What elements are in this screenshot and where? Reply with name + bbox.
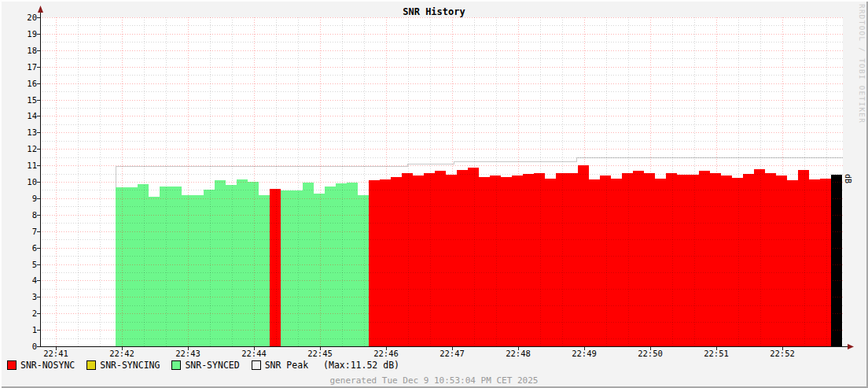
generated-timestamp: generated Tue Dec 9 10:53:04 PM CET 2025: [0, 375, 868, 386]
legend-swatch-syncing: [86, 360, 96, 370]
legend-max-note: (Max:11.52 dB): [323, 360, 399, 371]
y-tick-label: 0: [32, 342, 37, 351]
y-tick-label: 7: [32, 227, 37, 236]
y-tick-label: 4: [32, 275, 37, 285]
legend-item-syncing: SNR-SYNCING: [86, 360, 160, 371]
y-tick-label: 17: [27, 62, 37, 72]
legend-label-snr-peak: SNR Peak: [265, 360, 308, 371]
y-tick-label: 8: [32, 210, 37, 220]
x-tick-label: 22:41: [43, 349, 68, 358]
y-tick-label: 16: [27, 79, 37, 88]
y-tick-label: 18: [27, 46, 37, 55]
y-tick-label: 12: [27, 144, 37, 153]
x-tick-label: 22:49: [572, 349, 597, 358]
x-tick-label: 22:45: [307, 349, 333, 358]
y-tick-label: 20: [27, 13, 37, 22]
rrdtool-snr-graph: SNR History RRDTOOL / TOBI OETIKER dB 01…: [0, 0, 868, 388]
y-tick-label: 6: [32, 243, 37, 253]
legend-label-nosync: SNR-NOSYNC: [20, 360, 75, 371]
x-tick-label: 22:44: [241, 349, 267, 358]
x-tick-label: 22:47: [440, 349, 465, 358]
y-tick-label: 14: [27, 111, 37, 120]
x-tick-label: 22:42: [109, 349, 134, 358]
legend-item-snr-peak: SNR Peak: [252, 360, 308, 371]
y-tick-label: 19: [27, 29, 37, 39]
y-tick-label: 13: [27, 127, 37, 137]
y-tick-label: 3: [32, 292, 37, 301]
y-tick-label: 5: [32, 260, 37, 269]
legend-label-synced: SNR-SYNCED: [185, 360, 239, 371]
x-tick-label: 22:52: [770, 349, 795, 358]
x-axis-arrow: [848, 344, 854, 349]
y-tick-label: 9: [32, 194, 37, 203]
y-tick-label: 10: [27, 177, 37, 187]
y-tick-label: 11: [27, 161, 37, 170]
y-tick-label: 2: [32, 309, 37, 318]
legend-label-syncing: SNR-SYNCING: [100, 360, 160, 371]
x-tick-label: 22:43: [175, 349, 200, 358]
legend-swatch-nosync: [7, 360, 17, 370]
snr-history-plot: 0123456789101112131415161718192022:4122:…: [0, 0, 868, 388]
legend-item-synced: SNR-SYNCED: [171, 360, 239, 371]
x-tick-label: 22:48: [506, 349, 531, 358]
y-axis-arrow: [38, 6, 43, 13]
x-tick-label: 22:51: [704, 349, 729, 358]
x-tick-label: 22:46: [373, 349, 399, 358]
y-tick-label: 15: [27, 95, 37, 105]
legend: SNR-NOSYNC SNR-SYNCING SNR-SYNCED SNR Pe…: [7, 360, 399, 371]
legend-swatch-synced: [171, 360, 181, 370]
x-tick-label: 22:50: [638, 349, 663, 358]
legend-swatch-snr-peak: [252, 360, 261, 370]
legend-item-nosync: SNR-NOSYNC: [7, 360, 75, 371]
y-tick-label: 1: [32, 325, 37, 334]
